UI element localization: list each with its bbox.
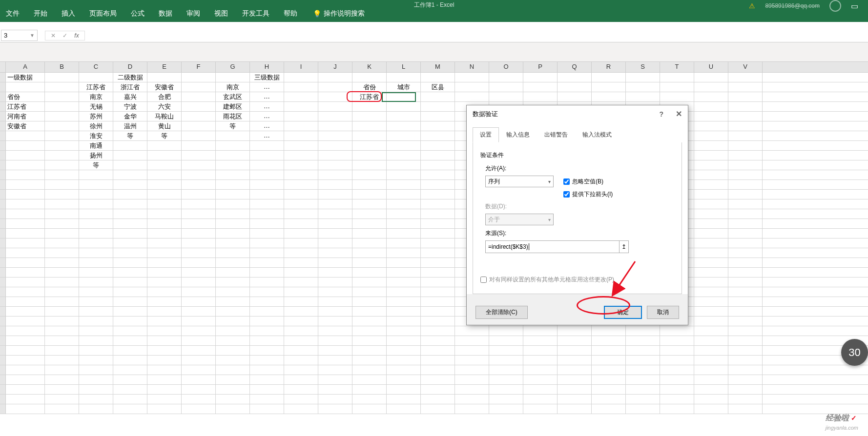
cell[interactable] [6, 385, 45, 394]
cell[interactable] [6, 219, 45, 228]
cell[interactable] [250, 297, 284, 306]
cell[interactable] [182, 307, 216, 316]
cell[interactable] [523, 395, 558, 404]
cell[interactable] [284, 82, 318, 92]
cell[interactable] [284, 170, 318, 179]
cell[interactable]: … [250, 112, 284, 121]
cell[interactable] [455, 82, 489, 92]
cell[interactable] [216, 141, 250, 150]
cell[interactable]: 安徽省 [147, 82, 182, 92]
cell[interactable] [455, 395, 489, 404]
cell[interactable] [284, 307, 318, 316]
col-header[interactable]: A [6, 62, 45, 72]
cell[interactable] [728, 385, 763, 394]
cell[interactable] [216, 160, 250, 170]
cell[interactable] [694, 395, 728, 404]
cell[interactable] [728, 209, 763, 218]
cell[interactable] [318, 307, 352, 316]
cell[interactable] [216, 180, 250, 189]
cell[interactable]: 江苏省 [79, 82, 113, 92]
cell[interactable] [147, 385, 182, 394]
cell[interactable] [387, 365, 421, 375]
cell[interactable] [79, 229, 113, 238]
cell[interactable] [592, 395, 626, 404]
cell[interactable] [182, 121, 216, 131]
cell[interactable] [387, 277, 421, 287]
cell[interactable] [216, 395, 250, 404]
tab-view[interactable]: 视图 [213, 7, 229, 20]
cell[interactable] [250, 170, 284, 179]
cell[interactable] [352, 317, 387, 326]
cell[interactable] [728, 92, 763, 101]
cell[interactable] [728, 287, 763, 297]
cell[interactable] [318, 287, 352, 297]
cell[interactable] [728, 190, 763, 199]
cell[interactable] [147, 170, 182, 179]
cell[interactable] [352, 268, 387, 277]
cell[interactable] [387, 326, 421, 336]
cell[interactable] [318, 365, 352, 375]
cell[interactable] [421, 141, 455, 150]
cell[interactable] [592, 346, 626, 355]
cell[interactable] [387, 190, 421, 199]
cell[interactable]: 徐州 [79, 121, 113, 131]
cell[interactable] [421, 199, 455, 209]
cell[interactable] [250, 248, 284, 258]
cell[interactable] [216, 326, 250, 336]
cell[interactable]: 黄山 [147, 121, 182, 131]
cell[interactable] [387, 102, 421, 111]
col-header[interactable]: E [147, 62, 182, 72]
row-header[interactable] [0, 307, 6, 316]
cell[interactable] [284, 209, 318, 218]
cell[interactable] [352, 180, 387, 189]
col-header[interactable]: Q [558, 62, 592, 72]
fx-icon[interactable]: fx [71, 32, 82, 39]
cell[interactable] [626, 375, 660, 384]
cell[interactable] [352, 248, 387, 258]
cell[interactable] [558, 73, 592, 82]
cell[interactable] [216, 375, 250, 384]
cell[interactable] [421, 317, 455, 326]
col-header[interactable]: D [113, 62, 147, 72]
cell[interactable] [728, 317, 763, 326]
col-header[interactable]: M [421, 62, 455, 72]
cell[interactable] [182, 170, 216, 179]
cell[interactable] [284, 268, 318, 277]
cell[interactable] [728, 365, 763, 375]
cell[interactable] [592, 385, 626, 394]
cell[interactable] [45, 82, 79, 92]
cell[interactable] [113, 238, 147, 248]
cell[interactable] [421, 238, 455, 248]
cell[interactable] [523, 356, 558, 365]
cell[interactable] [45, 121, 79, 131]
cell[interactable] [284, 112, 318, 121]
cell[interactable]: 金华 [113, 112, 147, 121]
cell[interactable] [318, 248, 352, 258]
cell[interactable] [694, 141, 728, 150]
cell[interactable] [147, 297, 182, 306]
cell[interactable] [421, 365, 455, 375]
cell[interactable] [284, 121, 318, 131]
cell[interactable] [523, 82, 558, 92]
cell[interactable] [45, 268, 79, 277]
cell[interactable] [250, 238, 284, 248]
cell[interactable] [318, 112, 352, 121]
tab-home[interactable]: 开始 [33, 7, 48, 20]
cell[interactable] [79, 238, 113, 248]
cell[interactable] [626, 326, 660, 336]
cell[interactable] [182, 365, 216, 375]
cell[interactable] [728, 180, 763, 189]
cell[interactable]: 江苏省 [6, 102, 45, 111]
cell[interactable] [694, 92, 728, 101]
cell[interactable] [216, 238, 250, 248]
cell[interactable] [728, 258, 763, 267]
cell[interactable] [694, 170, 728, 179]
cell[interactable] [182, 346, 216, 355]
dialog-close-icon[interactable]: ✕ [676, 109, 682, 119]
cell[interactable] [558, 365, 592, 375]
cell[interactable] [318, 385, 352, 394]
cell[interactable] [113, 277, 147, 287]
cell[interactable] [694, 219, 728, 228]
col-header[interactable]: S [626, 62, 660, 72]
cell[interactable] [558, 356, 592, 365]
